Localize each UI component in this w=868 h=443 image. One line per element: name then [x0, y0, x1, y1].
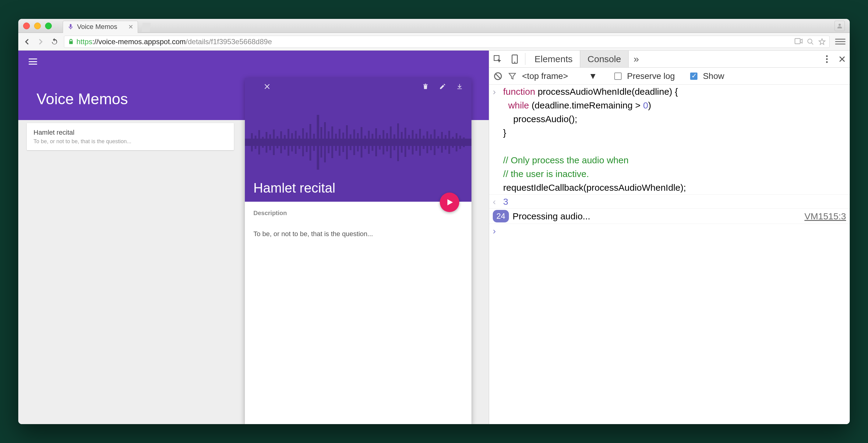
svg-rect-61	[463, 138, 465, 147]
waveform-graphic	[245, 112, 471, 173]
svg-rect-37	[375, 128, 377, 156]
log-source-link[interactable]: VM1515:3	[804, 209, 846, 223]
svg-rect-23	[324, 122, 326, 163]
new-tab-button[interactable]	[142, 23, 151, 32]
log-message: Processing audio...	[513, 209, 804, 223]
zoom-icon[interactable]	[807, 38, 814, 46]
svg-rect-29	[346, 125, 348, 159]
svg-rect-22	[320, 127, 322, 157]
prompt-icon[interactable]: ›	[493, 224, 503, 238]
svg-rect-33	[361, 127, 363, 157]
console-toolbar: <top frame> ▼ Preserve log Show	[489, 68, 850, 85]
svg-rect-3	[251, 133, 253, 151]
devtools-tabs: Elements Console »	[489, 51, 850, 68]
download-icon[interactable]	[456, 83, 463, 90]
preserve-log-checkbox[interactable]	[614, 72, 622, 80]
svg-rect-32	[357, 133, 359, 151]
svg-rect-43	[397, 123, 399, 161]
svg-rect-12	[284, 135, 286, 150]
console-input[interactable]	[503, 224, 846, 238]
svg-rect-5	[258, 130, 260, 154]
kebab-icon[interactable]	[819, 55, 835, 63]
menu-icon[interactable]	[29, 59, 37, 65]
url-path: /details/f1f3953e5668d89e	[186, 37, 272, 46]
svg-rect-28	[342, 132, 344, 152]
svg-rect-45	[404, 128, 406, 157]
show-checkbox[interactable]	[690, 72, 698, 80]
svg-rect-19	[309, 124, 311, 160]
svg-point-64	[514, 62, 515, 63]
svg-rect-49	[419, 129, 421, 156]
star-icon[interactable]	[818, 38, 826, 46]
svg-rect-34	[364, 136, 366, 149]
svg-rect-25	[331, 126, 333, 158]
play-button[interactable]	[440, 193, 459, 212]
memo-detail-card: Hamlet recital Description To be, or not…	[245, 78, 471, 424]
memo-list-item[interactable]: Hamlet recital To be, or not to be, that…	[27, 123, 234, 150]
content-area: Voice Memos Hamlet recital To be, or not…	[18, 51, 850, 424]
waveform-header: Hamlet recital	[245, 78, 471, 202]
close-devtools-icon[interactable]	[835, 55, 850, 63]
back-button[interactable]	[23, 37, 31, 46]
filter-icon[interactable]	[508, 72, 517, 81]
svg-rect-44	[401, 132, 403, 153]
inspect-icon[interactable]	[489, 51, 506, 67]
edit-icon[interactable]	[439, 83, 446, 90]
detail-body: Description To be, or not to be, that is…	[245, 202, 471, 246]
forward-button[interactable]	[36, 37, 45, 46]
svg-rect-38	[379, 135, 381, 150]
log-count-badge: 24	[493, 210, 509, 223]
svg-point-67	[826, 61, 828, 63]
browser-tab[interactable]: Voice Memos ✕	[63, 21, 138, 33]
browser-window: Voice Memos ✕ https://voice-memos.appspo…	[18, 19, 850, 424]
svg-rect-40	[386, 133, 388, 151]
svg-rect-46	[408, 135, 410, 150]
svg-rect-50	[423, 136, 425, 149]
svg-rect-4	[255, 136, 256, 149]
svg-rect-24	[328, 131, 330, 153]
svg-rect-27	[339, 129, 341, 156]
svg-rect-48	[415, 134, 417, 151]
svg-rect-56	[445, 135, 446, 150]
frame-selector[interactable]: <top frame> ▼	[522, 71, 597, 81]
svg-rect-55	[441, 132, 443, 153]
svg-rect-17	[302, 128, 304, 156]
frame-label: <top frame>	[522, 71, 568, 81]
tab-console[interactable]: Console	[580, 51, 629, 67]
detail-title: Hamlet recital	[253, 180, 335, 196]
console-return-value: 3	[503, 195, 846, 208]
maximize-window-button[interactable]	[45, 23, 52, 29]
voice-memos-app: Voice Memos Hamlet recital To be, or not…	[18, 51, 489, 424]
svg-rect-9	[273, 129, 275, 155]
svg-rect-7	[266, 132, 268, 153]
clear-console-icon[interactable]	[493, 71, 502, 81]
close-tab-icon[interactable]: ✕	[128, 23, 133, 30]
svg-rect-54	[437, 136, 439, 148]
svg-rect-18	[306, 132, 308, 152]
delete-icon[interactable]	[422, 83, 429, 90]
browser-menu-button[interactable]	[835, 36, 845, 47]
address-bar[interactable]: https://voice-memos.appspot.com/details/…	[64, 36, 830, 48]
svg-rect-59	[456, 133, 458, 151]
reload-button[interactable]	[51, 38, 59, 46]
tabs-overflow-button[interactable]: »	[629, 51, 644, 67]
close-window-button[interactable]	[23, 23, 30, 29]
svg-rect-60	[459, 136, 461, 149]
profile-button[interactable]	[835, 21, 845, 31]
svg-point-65	[826, 55, 828, 57]
svg-rect-15	[295, 131, 297, 154]
minimize-window-button[interactable]	[34, 23, 41, 29]
console-input-code: function processAudioWhenIdle(deadline) …	[503, 85, 846, 195]
device-icon[interactable]	[506, 51, 523, 67]
console-output[interactable]: › function processAudioWhenIdle(deadline…	[489, 85, 850, 424]
svg-rect-31	[353, 129, 355, 155]
svg-rect-8	[269, 135, 271, 150]
prompt-icon: ›	[493, 85, 503, 195]
tab-elements[interactable]: Elements	[527, 51, 580, 67]
microphone-icon	[67, 24, 74, 30]
close-icon[interactable]	[264, 83, 271, 90]
camera-icon[interactable]	[795, 38, 803, 46]
svg-rect-11	[280, 131, 282, 153]
chevron-down-icon: ▼	[589, 71, 597, 81]
lock-icon	[68, 39, 74, 45]
